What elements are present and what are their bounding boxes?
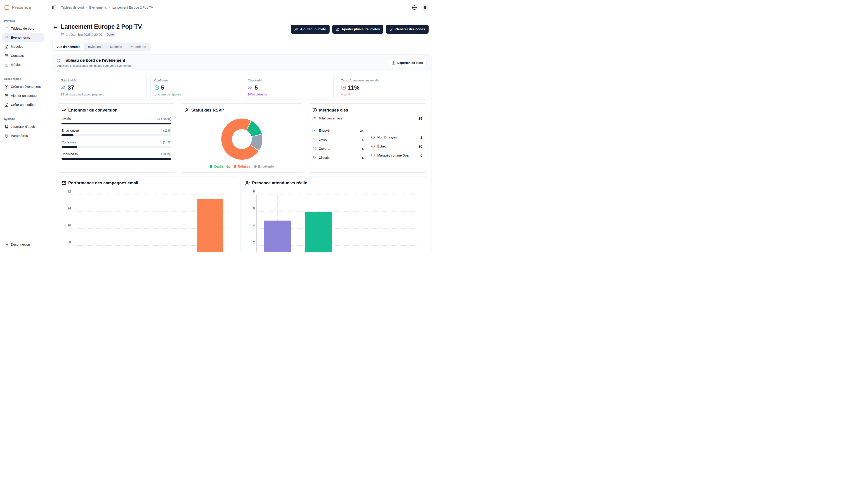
funnel-label: Invités	[61, 117, 71, 121]
y-axis-tick-label: 4	[246, 223, 255, 227]
shield-alert-icon	[371, 153, 375, 158]
breadcrumb-dashboard[interactable]: Tableau de bord	[61, 6, 84, 9]
metric-label: Envoyé	[319, 129, 330, 132]
sidebar-item-create-template[interactable]: Créer un modèle	[2, 100, 44, 109]
logout-icon	[4, 242, 9, 246]
funnel-label: Checked-In	[61, 152, 78, 156]
funnel-row-email-opened: Email ouvert4 (11%)	[61, 129, 171, 136]
mail-icon	[341, 85, 346, 90]
user-check-icon	[248, 85, 252, 90]
y-axis-tick-label: 16	[62, 223, 71, 227]
funnel-value: 37 (100%)	[157, 117, 172, 121]
metric-label: Total des emails	[319, 117, 342, 120]
user-plus-icon	[294, 27, 298, 31]
sidebar-item-create-event[interactable]: Créer un événement	[2, 82, 44, 91]
rsvp-title: Statut des RSVP	[191, 108, 224, 113]
breadcrumb-events[interactable]: Événements	[89, 6, 107, 9]
stat-sub: 100% présence	[248, 93, 330, 96]
section-label-system: Système	[2, 115, 44, 122]
add-multiple-label: Ajouter plusieurs invités	[342, 27, 380, 31]
funnel-value: 4 (11%)	[161, 129, 171, 132]
stat-value: 37	[68, 84, 74, 91]
stat-label: Checked-In	[248, 79, 330, 82]
bar-slot	[298, 195, 338, 252]
download-icon	[392, 61, 395, 65]
metric-value: 4	[362, 156, 363, 160]
metric-value: 1	[421, 135, 422, 139]
stat-value: 5	[161, 84, 164, 91]
tab-settings[interactable]: Paramètres	[126, 43, 149, 50]
stat-sub: 4 sur 4	[341, 93, 423, 96]
panel-title: Tableau de bord de l'événement	[64, 58, 125, 63]
users-icon	[61, 85, 65, 90]
info-icon	[312, 108, 317, 112]
sidebar-item-media[interactable]: Médias	[2, 60, 44, 69]
page-title: Lancement Europe 2 Pop TV	[61, 23, 142, 30]
logout-label: Déconnexion	[11, 243, 30, 246]
logout-button[interactable]: Déconnexion	[2, 240, 44, 249]
calendar-logo-icon	[4, 5, 10, 10]
add-guest-button[interactable]: Ajouter un invité	[291, 25, 330, 34]
export-stats-button[interactable]: Exporter les stats	[388, 59, 426, 67]
sidebar-item-contacts[interactable]: Contacts	[2, 51, 44, 60]
sidebar-item-events[interactable]: Événements	[2, 33, 44, 42]
funnel-title: Entonnoir de conversion	[68, 108, 117, 113]
sidebar-item-label: Modèles	[11, 45, 23, 48]
metric-sent: Envoyé 34	[312, 126, 364, 135]
sidebar-toggle-button[interactable]	[51, 4, 58, 11]
user-avatar[interactable]: E	[421, 3, 429, 11]
sidebar-item-settings[interactable]: Paramètres	[2, 131, 44, 140]
check-circle-icon	[312, 138, 317, 142]
file-text-icon	[4, 103, 9, 107]
sidebar-item-label: Créer un modèle	[11, 103, 35, 107]
y-axis-tick-label: 6	[246, 206, 255, 210]
generate-codes-button[interactable]: Générer des codes	[386, 25, 428, 34]
stat-card-total-invites: Total invités 37 35 principaux et 2 acco…	[57, 75, 147, 100]
circle-dot-icon	[371, 135, 375, 139]
y-axis-tick-label: 24	[62, 206, 71, 210]
bar	[197, 199, 223, 252]
brand-logo: Prezence	[0, 0, 46, 15]
plus-circle-icon	[4, 84, 9, 89]
topbar: Tableau de bord › Événements › Lancement…	[46, 0, 434, 15]
event-tabs: Vue d'ensemble Invitations Modèles Param…	[52, 42, 151, 51]
rsvp-donut-chart	[221, 119, 262, 160]
calendar-icon	[61, 33, 64, 37]
progress-track	[61, 146, 171, 148]
sidebar-item-label: Événements	[11, 36, 30, 39]
metric-total-emails: Total des emails 35	[312, 113, 422, 123]
disc-icon	[312, 147, 317, 151]
tab-overview[interactable]: Vue d'ensemble	[53, 43, 84, 50]
back-button[interactable]	[53, 25, 58, 30]
panel-header: Tableau de bord de l'événement Analyses …	[52, 54, 432, 71]
header-actions: Ajouter un invité Ajouter plusieurs invi…	[291, 23, 428, 34]
sidebar-item-templates[interactable]: Modèles	[2, 42, 44, 51]
bar	[264, 221, 291, 252]
user-check-icon	[245, 181, 250, 185]
sidebar-item-audit-logs[interactable]: Journaux d'audit	[2, 122, 44, 131]
bar-slot	[112, 195, 152, 252]
sidebar-item-dashboard[interactable]: Tableau de bord	[2, 24, 44, 33]
panel-subtitle: Analyses et statistiques complètes pour …	[57, 64, 132, 68]
email-campaign-chart-card: Performance des campagnes email 08162432	[57, 176, 237, 252]
language-button[interactable]	[411, 4, 418, 11]
rsvp-status-card: Statut des RSVP Confirmés Refusés En att…	[180, 103, 304, 173]
event-header: Lancement Europe 2 Pop TV 1 décembre 202…	[52, 23, 432, 37]
bar-slot	[257, 195, 298, 252]
add-multiple-guests-button[interactable]: Ajouter plusieurs invités	[332, 25, 383, 34]
funnel-label: Confirmés	[61, 140, 76, 144]
sidebar-item-add-contact[interactable]: Ajouter un contact	[2, 91, 44, 100]
metric-label: Marqués comme Spam	[377, 154, 411, 157]
status-badge: Done	[104, 32, 116, 37]
tab-templates[interactable]: Modèles	[106, 43, 126, 50]
stat-label: Total invités	[61, 79, 143, 82]
mail-icon	[312, 129, 317, 133]
metric-failed: Échec 30	[371, 142, 422, 151]
attendance-chart-card: Présence attendue vs réelle 02468	[240, 176, 427, 252]
sidebar-item-label: Ajouter un contact	[11, 94, 37, 98]
tab-invitations[interactable]: Invitations	[84, 43, 106, 50]
event-dashboard-panel: Tableau de bord de l'événement Analyses …	[52, 54, 432, 252]
legend-label-declined: Refusés	[238, 165, 250, 168]
progress-track	[61, 134, 171, 136]
metric-value: 0	[421, 154, 422, 158]
